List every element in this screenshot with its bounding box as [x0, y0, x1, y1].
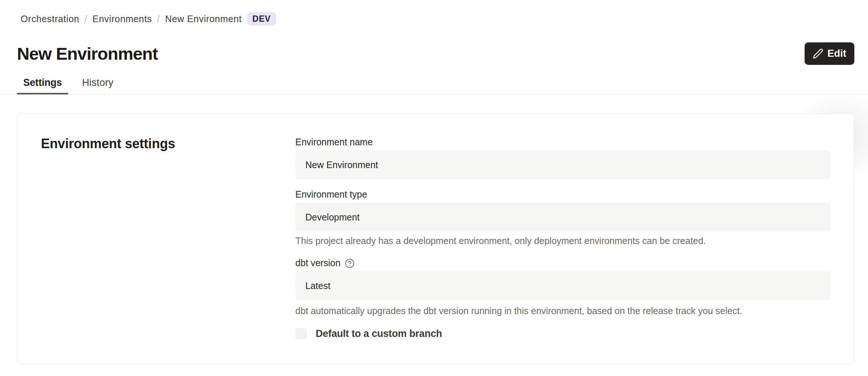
edit-button[interactable]: Edit — [805, 42, 854, 65]
environment-type-input[interactable]: Development — [295, 203, 830, 231]
pencil-icon — [813, 48, 823, 59]
environment-name-input[interactable]: New Environment — [295, 150, 830, 179]
dbt-version-value: Latest — [305, 281, 330, 291]
dbt-version-label-text: dbt version — [295, 257, 340, 269]
environment-settings-card: Environment settings Environment name Ne… — [17, 113, 854, 364]
environment-type-helper-text: This project already has a development e… — [295, 235, 830, 246]
breadcrumb: Orchestration / Environments / New Envir… — [21, 12, 854, 25]
tab-settings[interactable]: Settings — [17, 72, 68, 94]
page-title: New Environment — [17, 43, 158, 65]
dbt-version-field: dbt version Latest dbt automatically upg… — [295, 257, 830, 316]
custom-branch-label: Default to a custom branch — [316, 328, 442, 340]
environment-dev-badge: DEV — [247, 12, 277, 25]
page-header: New Environment Edit — [17, 42, 854, 65]
custom-branch-row: Default to a custom branch — [295, 328, 830, 340]
edit-button-label: Edit — [827, 48, 846, 59]
dbt-version-helper-text: dbt automatically upgrades the dbt versi… — [295, 305, 830, 316]
custom-branch-checkbox[interactable] — [295, 328, 307, 340]
tab-bar: Settings History — [0, 72, 868, 95]
environment-type-field: Environment type Development This projec… — [295, 188, 830, 246]
dbt-version-input[interactable]: Latest — [295, 271, 830, 300]
environment-settings-page: Orchestration / Environments / New Envir… — [0, 12, 868, 376]
help-circle-icon[interactable] — [345, 258, 355, 268]
tab-history[interactable]: History — [76, 72, 119, 94]
breadcrumb-orchestration[interactable]: Orchestration — [21, 14, 79, 24]
environment-name-field: Environment name New Environment — [295, 136, 830, 179]
environment-name-label: Environment name — [295, 136, 830, 148]
breadcrumb-separator: / — [84, 14, 87, 24]
dbt-version-label: dbt version — [295, 257, 830, 269]
environment-settings-heading: Environment settings — [41, 136, 295, 364]
environment-name-value: New Environment — [305, 160, 378, 170]
breadcrumb-separator: / — [157, 14, 160, 24]
breadcrumb-new-environment[interactable]: New Environment — [165, 14, 242, 24]
environment-type-label: Environment type — [295, 188, 830, 201]
environment-settings-form: Environment name New Environment Environ… — [295, 136, 830, 364]
breadcrumb-environments[interactable]: Environments — [93, 14, 152, 24]
environment-type-value: Development — [305, 212, 360, 223]
